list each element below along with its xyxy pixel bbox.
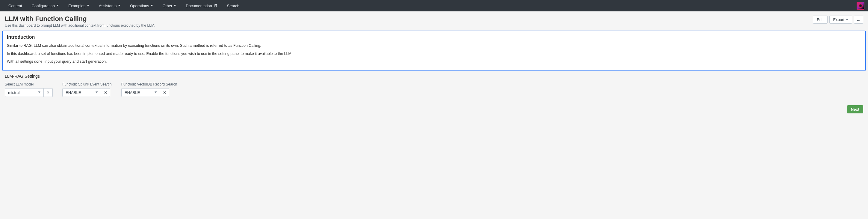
nav-item-search[interactable]: Search bbox=[222, 0, 244, 11]
close-icon: ✕ bbox=[104, 90, 107, 95]
dropdown-value: mistral bbox=[8, 90, 20, 95]
chevron-down-icon bbox=[846, 19, 848, 21]
nav-item-documentation[interactable]: Documentation bbox=[181, 0, 222, 11]
nav-label: Assistants bbox=[99, 4, 117, 8]
llm-model-dropdown[interactable]: mistral bbox=[5, 88, 44, 97]
nav-label: Content bbox=[8, 4, 22, 8]
control-label: Select LLM model bbox=[5, 82, 53, 86]
settings-section: LLM-RAG Settings Select LLM model mistra… bbox=[0, 71, 868, 99]
page-subtitle: Use this dashboard to prompt LLM with ad… bbox=[5, 23, 813, 28]
chevron-down-icon bbox=[174, 5, 176, 7]
intro-title: Introduction bbox=[7, 34, 861, 40]
chevron-down-icon bbox=[38, 91, 40, 93]
nav-label: Other bbox=[163, 4, 173, 8]
splunk-event-search-dropdown[interactable]: ENABLE bbox=[62, 88, 101, 97]
control-select-llm-model: Select LLM model mistral ✕ bbox=[5, 82, 53, 97]
close-icon: ✕ bbox=[46, 90, 50, 95]
nav-item-assistants[interactable]: Assistants bbox=[94, 0, 125, 11]
chevron-down-icon bbox=[155, 91, 157, 93]
nav-items: Content Configuration Examples Assistant… bbox=[4, 0, 244, 11]
intro-paragraph: Similar to RAG, LLM can also obtain addi… bbox=[7, 42, 861, 49]
nav-label: Examples bbox=[68, 4, 85, 8]
nav-label: Documentation bbox=[186, 4, 212, 8]
controls-row: Select LLM model mistral ✕ Function: Spl… bbox=[5, 82, 863, 97]
nav-label: Configuration bbox=[32, 4, 55, 8]
clear-button[interactable]: ✕ bbox=[44, 88, 53, 97]
dropdown-combo: ENABLE ✕ bbox=[121, 88, 177, 97]
dropdown-value: ENABLE bbox=[125, 90, 140, 95]
chevron-down-icon bbox=[96, 91, 98, 93]
intro-paragraph: With all settings done, input your query… bbox=[7, 58, 861, 65]
chevron-down-icon bbox=[56, 5, 59, 7]
next-button[interactable]: Next bbox=[847, 105, 863, 113]
settings-title: LLM-RAG Settings bbox=[5, 74, 863, 79]
nav-item-other[interactable]: Other bbox=[158, 0, 181, 11]
external-link-icon bbox=[214, 4, 217, 7]
more-button[interactable]: ... bbox=[854, 16, 863, 24]
button-label: ... bbox=[857, 18, 860, 22]
vectordb-record-search-dropdown[interactable]: ENABLE bbox=[121, 88, 160, 97]
close-icon: ✕ bbox=[163, 90, 166, 95]
chevron-down-icon bbox=[151, 5, 153, 7]
export-button[interactable]: Export bbox=[829, 16, 852, 24]
dropdown-value: ENABLE bbox=[66, 90, 81, 95]
button-label: Edit bbox=[817, 18, 824, 22]
button-label: Export bbox=[833, 18, 845, 22]
dropdown-combo: ENABLE ✕ bbox=[62, 88, 112, 97]
nav-label: Search bbox=[227, 4, 239, 8]
footer-actions: Next bbox=[0, 99, 868, 116]
chevron-down-icon bbox=[87, 5, 89, 7]
clear-button[interactable]: ✕ bbox=[160, 88, 169, 97]
edit-button[interactable]: Edit bbox=[813, 16, 827, 24]
nav-item-configuration[interactable]: Configuration bbox=[27, 0, 63, 11]
nav-item-operations[interactable]: Operations bbox=[125, 0, 158, 11]
top-nav: Content Configuration Examples Assistant… bbox=[0, 0, 868, 11]
avatar[interactable] bbox=[857, 2, 864, 9]
chevron-down-icon bbox=[118, 5, 120, 7]
nav-item-content[interactable]: Content bbox=[4, 0, 27, 11]
control-function-vectordb-record-search: Function: VectorDB Record Search ENABLE … bbox=[121, 82, 177, 97]
avatar-image bbox=[859, 4, 863, 8]
intro-paragraph: In this dashboard, a set of functions ha… bbox=[7, 50, 861, 57]
button-label: Next bbox=[851, 107, 859, 112]
page-title: LLM with Function Calling bbox=[5, 15, 813, 23]
control-function-splunk-event-search: Function: Splunk Event Search ENABLE ✕ bbox=[62, 82, 112, 97]
control-label: Function: VectorDB Record Search bbox=[121, 82, 177, 86]
page-header: LLM with Function Calling Use this dashb… bbox=[0, 11, 868, 31]
nav-item-examples[interactable]: Examples bbox=[63, 0, 94, 11]
header-actions: Edit Export ... bbox=[813, 16, 863, 24]
dropdown-combo: mistral ✕ bbox=[5, 88, 53, 97]
header-left: LLM with Function Calling Use this dashb… bbox=[5, 15, 813, 28]
intro-card: Introduction Similar to RAG, LLM can als… bbox=[2, 31, 866, 71]
nav-label: Operations bbox=[130, 4, 149, 8]
clear-button[interactable]: ✕ bbox=[101, 88, 110, 97]
control-label: Function: Splunk Event Search bbox=[62, 82, 112, 86]
